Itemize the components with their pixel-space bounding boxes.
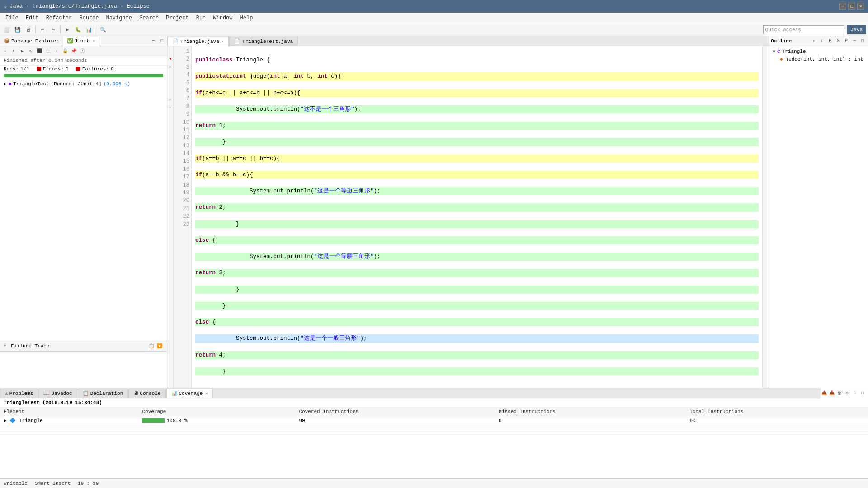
rerun-failed-button[interactable]: ↻ [27,47,35,55]
code-line-1: public class Triangle { [195,56,759,64]
history-button[interactable]: 🕐 [78,47,86,55]
code-line-7: if(a==b || a==c || b==c){ [195,155,759,163]
expand-icon: ▶ [4,81,7,87]
outline-method-judge[interactable]: ◆ judge(int, int, int) : int [771,55,866,63]
menu-file[interactable]: File [2,14,22,22]
outline-sort-button[interactable]: ↕ [818,38,826,45]
runs-value: 1/1 [20,66,29,72]
code-line-18: System.out.println("这是一个一般三角形"); [195,334,759,343]
scroll-lock-button[interactable]: 🔒 [61,47,69,55]
outline-hide-fields-button[interactable]: F [826,38,834,45]
toolbar-sep-3 [96,26,96,34]
pin-button[interactable]: 📌 [70,47,78,55]
errors-value: 0 [66,66,69,72]
coverage-button[interactable]: 📊 [84,25,94,35]
coverage-close-icon[interactable]: ✕ [205,391,208,396]
panel-minimize-button[interactable]: ─ [149,37,157,45]
menu-window[interactable]: Window [209,14,236,22]
junit-label: JUnit [75,38,90,44]
tab-triangle-java[interactable]: 📄 Triangle.java ✕ [167,37,229,46]
row-class-icon: 🔷 [9,418,16,423]
tab-triangletest-java[interactable]: 📄 TriangleTest.java [229,37,298,46]
close-button[interactable]: ✕ [857,3,864,10]
runs-label: Runs: [4,66,19,72]
outline-maximize-button[interactable]: □ [859,38,866,45]
show-failures-button[interactable]: ⚠ [52,47,61,55]
copy-trace-button[interactable]: 📋 [148,343,155,350]
app-icon: ☕ [4,3,7,10]
problems-icon: ⚠ [5,390,8,396]
tab-declaration[interactable]: 📋 Declaration [78,389,128,398]
run-button[interactable]: ▶ [62,25,72,35]
bottom-panel-minimize-button[interactable]: ─ [851,389,859,397]
col-total: Total Instructions [686,408,868,416]
coverage-bar-fill [142,418,165,423]
coverage-row-triangle[interactable]: ▶ 🔷 Triangle 100.0 % 90 0 [0,416,868,425]
search-button[interactable]: 🔍 [98,25,108,35]
status-writable: Writable [4,481,28,486]
row-covered-count: 90 [295,416,495,425]
menu-source[interactable]: Source [75,14,102,22]
row-expand-icon: ▶ [4,418,7,423]
tab-coverage[interactable]: 📊 Coverage ✕ [166,389,213,398]
test-tree-item[interactable]: ▶ ■ TriangleTest [Runner: JUnit 4] (0.00… [2,80,165,88]
code-editor[interactable]: public class Triangle { public static in… [192,46,762,388]
col-element: Element [0,408,138,416]
package-explorer-icon: 📦 [4,38,10,44]
outline-hide-static-button[interactable]: S [835,38,842,45]
coverage-import-button[interactable]: 📥 [828,389,835,397]
menu-navigate[interactable]: Navigate [102,14,136,22]
print-button[interactable]: 🖨 [24,25,33,35]
code-line-8: if(a==b && b==c){ [195,171,759,179]
code-line-19: return 4; [195,351,759,359]
code-line-12: else { [195,236,759,244]
row-missed-count: 0 [495,416,686,425]
title-bar: ☕ Java - Triangle/src/Triangle.java - Ec… [0,0,868,13]
menu-search[interactable]: Search [136,14,162,22]
menu-refactor[interactable]: Refactor [42,14,76,22]
menu-edit[interactable]: Edit [22,14,42,22]
coverage-export-button[interactable]: 📤 [821,389,828,397]
outline-toolbar: ⬆ ↕ F S P ─ □ [810,38,866,45]
new-button[interactable]: ⬜ [2,25,12,35]
editor-scrollbar[interactable] [762,46,769,388]
outline-class-triangle[interactable]: ▼ C Triangle [771,48,866,55]
undo-button[interactable]: ↩ [38,25,47,35]
tab-problems[interactable]: ⚠ Problems [0,389,38,398]
next-failure-button[interactable]: ⬇ [1,47,9,55]
tab-console[interactable]: 🖥 Console [128,389,165,398]
triangle-tab-icon: 📄 [172,38,179,44]
save-button[interactable]: 💾 [13,25,23,35]
bottom-panel-maximize-button[interactable]: □ [859,389,866,397]
junit-close-icon[interactable]: ✕ [93,38,95,44]
toggle-orientation-button[interactable]: ⬚ [44,47,52,55]
maximize-button[interactable]: □ [848,3,855,10]
code-line-14: return 3; [195,269,759,277]
tab-package-explorer[interactable]: 📦 Package Explorer [0,36,63,46]
panel-maximize-button[interactable]: □ [158,37,166,45]
prev-failure-button[interactable]: ⬆ [9,47,18,55]
stop-button[interactable]: ⬛ [35,47,43,55]
rerun-button[interactable]: ▶ [18,47,26,55]
debug-button[interactable]: 🐛 [73,25,83,35]
outline-collapse-button[interactable]: ⬆ [810,38,817,45]
tab-javadoc[interactable]: 📖 Javadoc [38,389,77,398]
menu-run[interactable]: Run [193,14,210,22]
bottom-tab-controls: 📤 📥 🗑 ⚙ ─ □ [821,389,868,397]
redo-button[interactable]: ↪ [48,25,58,35]
package-explorer-label: Package Explorer [11,38,59,44]
filter-trace-button[interactable]: 🔽 [156,343,163,350]
quick-access-field[interactable]: Quick Access [763,25,844,34]
outline-minimize-button[interactable]: ─ [851,38,858,45]
menu-help[interactable]: Help [236,14,257,22]
code-line-2: public static int judge(int a, int b, in… [195,72,759,80]
coverage-clear-button[interactable]: 🗑 [836,389,843,397]
perspective-java[interactable]: Java [847,25,866,34]
declaration-label: Declaration [90,391,123,396]
tab-junit[interactable]: ✅ JUnit ✕ [63,37,99,46]
minimize-button[interactable]: ─ [839,3,846,10]
menu-project[interactable]: Project [162,14,192,22]
triangle-tab-close[interactable]: ✕ [221,39,224,44]
coverage-settings-button[interactable]: ⚙ [844,389,851,397]
outline-hide-nonpublic-button[interactable]: P [843,38,850,45]
